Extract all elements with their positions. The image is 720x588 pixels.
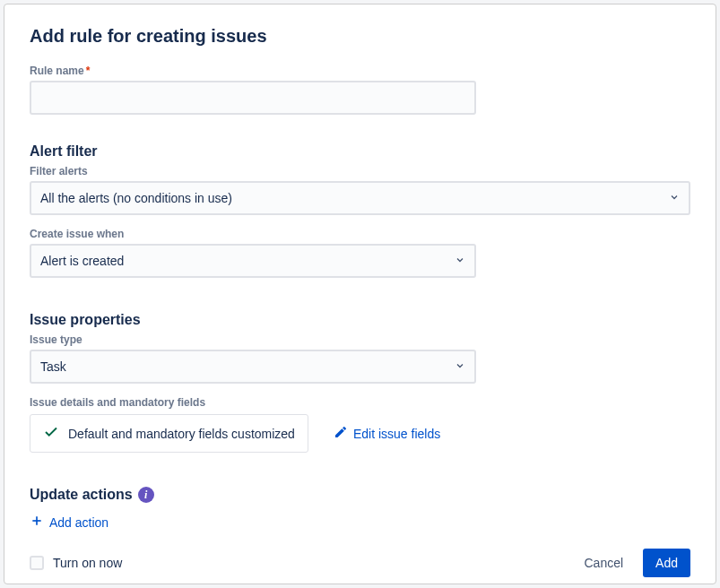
filter-alerts-value: All the alerts (no conditions in use) [40, 191, 232, 205]
rule-name-field: Rule name* [30, 65, 690, 115]
create-when-select[interactable]: Alert is created [30, 244, 476, 278]
issue-type-field: Issue type Task [30, 333, 690, 384]
filter-alerts-label: Filter alerts [30, 165, 690, 177]
add-action-text: Add action [49, 515, 108, 530]
edit-issue-fields-link[interactable]: Edit issue fields [334, 425, 440, 442]
create-when-value: Alert is created [40, 254, 124, 268]
cancel-button[interactable]: Cancel [571, 549, 636, 577]
fields-status-box: Default and mandatory fields customized [30, 414, 308, 453]
required-asterisk: * [86, 65, 91, 77]
turn-on-now-label[interactable]: Turn on now [30, 556, 122, 570]
issue-details-field: Issue details and mandatory fields Defau… [30, 396, 690, 453]
alert-filter-heading: Alert filter [30, 143, 690, 160]
issue-type-select[interactable]: Task [30, 350, 476, 384]
update-actions-heading: Update actions i [30, 487, 690, 503]
dialog-footer: Turn on now Cancel Add [30, 531, 690, 577]
create-when-field: Create issue when Alert is created [30, 228, 690, 278]
issue-type-label: Issue type [30, 333, 690, 346]
issue-details-label: Issue details and mandatory fields [30, 396, 690, 409]
rule-name-label: Rule name* [30, 65, 690, 77]
filter-alerts-field: Filter alerts All the alerts (no conditi… [30, 165, 690, 215]
add-rule-dialog: Add rule for creating issues Rule name* … [4, 4, 716, 584]
issue-type-value: Task [40, 359, 66, 374]
add-button[interactable]: Add [643, 549, 690, 577]
issue-properties-heading: Issue properties [30, 312, 690, 328]
create-when-label: Create issue when [30, 228, 690, 240]
plus-icon [30, 514, 44, 531]
update-actions-heading-text: Update actions [30, 487, 133, 503]
check-icon [43, 424, 59, 443]
rule-name-input[interactable] [30, 81, 476, 115]
pencil-icon [334, 425, 348, 442]
info-icon[interactable]: i [138, 487, 154, 503]
rule-name-label-text: Rule name [30, 65, 84, 77]
turn-on-now-text: Turn on now [53, 556, 122, 570]
filter-alerts-select[interactable]: All the alerts (no conditions in use) [30, 181, 690, 215]
dialog-title: Add rule for creating issues [30, 26, 690, 47]
add-action-link[interactable]: Add action [30, 514, 690, 531]
turn-on-now-checkbox[interactable] [30, 556, 44, 570]
fields-status-text: Default and mandatory fields customized [68, 427, 295, 441]
edit-issue-fields-text: Edit issue fields [353, 427, 440, 441]
